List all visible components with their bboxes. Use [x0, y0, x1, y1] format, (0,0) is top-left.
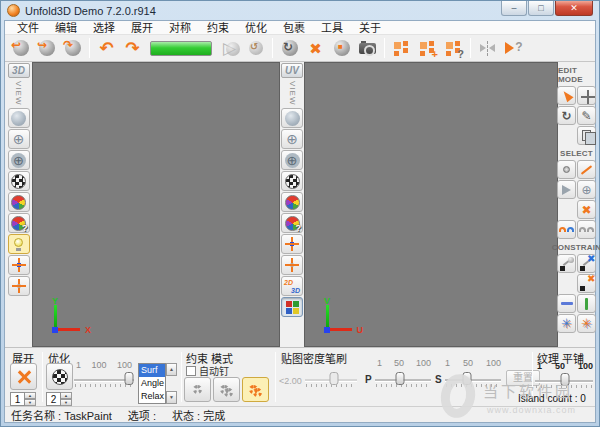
view3d-frame-selected-button[interactable] — [8, 276, 30, 296]
mirror-button-disabled[interactable] — [475, 36, 500, 60]
texture-slider-thumb[interactable] — [561, 373, 570, 386]
brush-range-slider[interactable] — [305, 372, 357, 388]
menu-symmetry[interactable]: 对称 — [161, 21, 199, 35]
viewuv-frame-selected-button[interactable] — [281, 255, 303, 275]
optimize-slider-thumb[interactable] — [125, 372, 134, 385]
pack-islands-help-button[interactable]: ? — [441, 36, 466, 60]
flip-page-button[interactable] — [577, 126, 596, 145]
maximize-button[interactable]: □ — [528, 1, 554, 16]
spin-down-icon[interactable]: ▼ — [25, 399, 36, 406]
autopin-checkbox[interactable] — [186, 366, 196, 376]
snowflake-orange-button[interactable]: ✳ — [577, 314, 596, 333]
optimize-slider[interactable] — [74, 372, 134, 388]
reload-button[interactable]: ↻ — [277, 36, 302, 60]
p-slider[interactable] — [375, 372, 431, 388]
view3d-shaded-wire-button[interactable]: ⊕ — [8, 150, 30, 170]
close-button[interactable]: ✕ — [555, 1, 593, 16]
viewuv-checker-button[interactable] — [281, 171, 303, 191]
texture-tile-slider[interactable] — [535, 373, 593, 389]
optimize-button[interactable] — [46, 363, 73, 390]
viewuv-uvgrid-toggle[interactable] — [281, 297, 303, 317]
view3d-frame-all-button[interactable] — [8, 255, 30, 275]
optimize-iterations-value[interactable]: 2 — [46, 392, 61, 406]
s-slider[interactable] — [445, 372, 501, 388]
remove-pin-button[interactable]: ✖ — [577, 274, 596, 293]
tab-uv[interactable]: UV — [281, 63, 303, 78]
constraint-gear1-button[interactable] — [184, 377, 211, 402]
pack-islands-add-button[interactable]: + — [415, 36, 440, 60]
spin-down-icon[interactable]: ▼ — [61, 399, 72, 406]
cancel-button[interactable]: ✖ — [303, 36, 328, 60]
listbox-item-relax[interactable]: Relax — [139, 390, 165, 403]
spin-up-icon[interactable]: ▲ — [61, 392, 72, 399]
sculpt-pen-button[interactable]: ✎ — [577, 106, 596, 125]
menu-unfold[interactable]: 展开 — [123, 21, 161, 35]
view3d-light-toggle[interactable] — [8, 234, 30, 254]
constraint-gear2-button[interactable] — [213, 377, 240, 402]
select-face-button[interactable] — [557, 180, 576, 199]
save-scene-button[interactable]: ↪ — [34, 36, 59, 60]
view3d-solid-button[interactable] — [8, 108, 30, 128]
unfold-iterations-value[interactable]: 1 — [10, 392, 25, 406]
s-slider-thumb[interactable] — [463, 372, 472, 385]
autopin-checkbox-row[interactable]: 自动钉 — [186, 363, 229, 378]
export-scene-button[interactable]: ↷ — [60, 36, 85, 60]
view3d-color-button[interactable] — [8, 192, 30, 212]
scroll-up-icon[interactable]: ▲ — [166, 363, 177, 376]
viewuv-frame-all-button[interactable] — [281, 234, 303, 254]
move-button[interactable] — [577, 86, 596, 105]
viewuv-color-help-button[interactable]: ? — [281, 213, 303, 233]
horizontal-constraint-button[interactable] — [557, 294, 576, 313]
minimize-button[interactable]: – — [501, 1, 527, 16]
apply-button-disabled[interactable]: ▷ — [217, 36, 242, 60]
menu-tools[interactable]: 工具 — [313, 21, 351, 35]
vertical-constraint-button[interactable] — [577, 294, 596, 313]
viewport-uv[interactable]: V U — [304, 62, 558, 347]
select-edge-button[interactable] — [577, 160, 596, 179]
optimize-mode-listbox[interactable]: Surf Angle Relax — [138, 363, 166, 404]
viewuv-solid-button[interactable] — [281, 108, 303, 128]
menu-about[interactable]: 关于 — [351, 21, 389, 35]
listbox-scrollbar[interactable]: ▲ ▼ — [166, 363, 177, 404]
viewuv-wireframe-button[interactable]: ⊕ — [281, 129, 303, 149]
mirror-help-button[interactable]: ? — [501, 36, 526, 60]
menu-select[interactable]: 选择 — [85, 21, 123, 35]
pack-islands-button[interactable] — [389, 36, 414, 60]
menu-edit[interactable]: 编辑 — [47, 21, 85, 35]
spin-up-icon[interactable]: ▲ — [25, 392, 36, 399]
unfold-button[interactable] — [10, 363, 37, 390]
scroll-down-icon[interactable]: ▼ — [166, 391, 177, 404]
listbox-item-angle[interactable]: Angle — [139, 377, 165, 390]
unweld-button[interactable] — [577, 220, 596, 239]
optimize-spinner[interactable]: 2 ▲▼ — [46, 392, 72, 406]
viewport-3d[interactable]: Y X — [32, 62, 280, 347]
constraint-gear3-button[interactable] — [242, 377, 269, 402]
menu-file[interactable]: 文件 — [9, 21, 47, 35]
p-slider-thumb[interactable] — [396, 372, 405, 385]
menu-pack[interactable]: 包裹 — [275, 21, 313, 35]
screenshot-button[interactable] — [355, 36, 380, 60]
open-scene-button[interactable]: ↩ — [8, 36, 33, 60]
tab-3d[interactable]: 3D — [8, 63, 30, 78]
listbox-item-surf[interactable]: Surf — [139, 364, 165, 377]
viewuv-shaded-wire-button[interactable]: ⊕ — [281, 150, 303, 170]
select-point-button[interactable] — [557, 160, 576, 179]
viewuv-2d3d-toggle[interactable]: 2D3D — [281, 276, 303, 296]
view3d-checker-button[interactable] — [8, 171, 30, 191]
unfold-spinner[interactable]: 1 ▲▼ — [10, 392, 36, 406]
snowflake-blue-button[interactable]: ✳ — [557, 314, 576, 333]
redo-button[interactable]: ↷ — [120, 36, 145, 60]
menu-optimize[interactable]: 优化 — [237, 21, 275, 35]
select-clear-button[interactable]: ✖ — [577, 200, 596, 219]
viewuv-color-button[interactable] — [281, 192, 303, 212]
stop-button[interactable]: ■ — [329, 36, 354, 60]
undo-button[interactable]: ↶ — [94, 36, 119, 60]
select-island-button[interactable]: ⊕ — [577, 180, 596, 199]
view3d-wireframe-button[interactable]: ⊕ — [8, 129, 30, 149]
weld-button[interactable] — [557, 220, 576, 239]
revert-button-disabled[interactable]: ↺ — [243, 36, 268, 60]
pin-button[interactable] — [557, 254, 576, 273]
menu-constraint[interactable]: 约束 — [199, 21, 237, 35]
brush-slider-thumb[interactable] — [329, 372, 338, 385]
view3d-color-help-button[interactable]: ? — [8, 213, 30, 233]
